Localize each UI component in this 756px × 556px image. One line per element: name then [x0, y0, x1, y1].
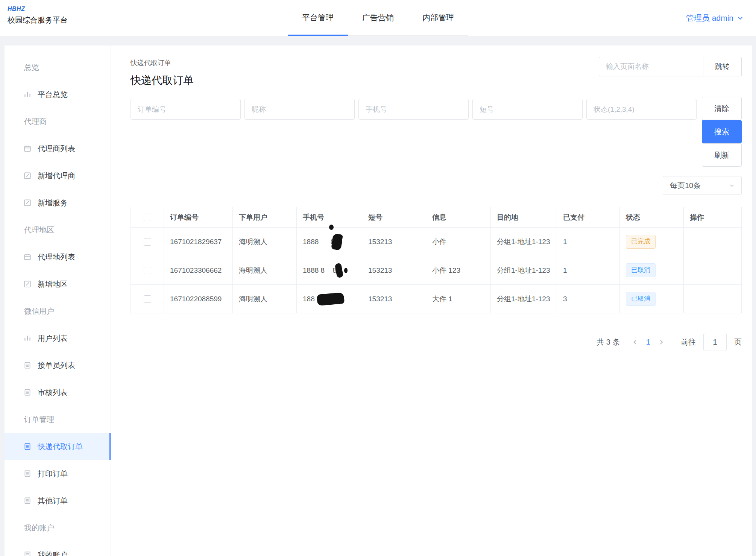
sidebar-item-print-orders[interactable]: 打印订单 — [5, 460, 111, 487]
cell-status: 已取消 — [620, 285, 684, 313]
column-header-paid: 已支付 — [557, 207, 620, 228]
row-checkbox[interactable] — [144, 295, 151, 303]
sidebar-item-express-pickup-orders[interactable]: 快递代取订单 — [5, 433, 111, 460]
bar-chart-icon — [23, 90, 32, 99]
tab-platform-management[interactable]: 平台管理 — [288, 0, 348, 35]
sidebar-item-label: 用户列表 — [38, 333, 68, 343]
refresh-button[interactable]: 刷新 — [702, 143, 742, 167]
top-header: HBHZ 校园综合服务平台 平台管理 广告营销 内部管理 管理员 admin — [0, 0, 756, 36]
short-no-input[interactable] — [472, 99, 583, 120]
calendar-icon — [23, 144, 32, 153]
prev-page-button[interactable]: ‹ — [633, 337, 637, 347]
cell-phone: 1888 8 88 — [297, 256, 362, 285]
sidebar-item-label: 新增地区 — [38, 279, 68, 289]
cell-phone: 188 8 — [297, 285, 362, 313]
sidebar-item-agent-list[interactable]: 代理商列表 — [5, 135, 111, 162]
next-page-button[interactable]: › — [659, 337, 663, 347]
sidebar-section-overview: 总览 — [5, 54, 111, 81]
redaction-mark — [317, 292, 345, 306]
orders-table: 订单编号 下单用户 手机号 短号 信息 目的地 已支付 状态 操作 16710 — [131, 207, 742, 313]
sidebar-section-agents: 代理商 — [5, 108, 111, 135]
chevron-down-icon — [737, 15, 743, 21]
user-menu[interactable]: 管理员 admin — [686, 0, 743, 36]
content-panel: 总览 平台总览 代理商 代理商列表 新增代理商 新增服务 代理地区 代理地列表 … — [5, 46, 752, 556]
row-checkbox[interactable] — [144, 238, 151, 246]
cell-short-no: 153213 — [362, 228, 426, 256]
table-row: 1671022088599 海明溯人 188 8 153213 大件 1 分组1… — [131, 285, 742, 313]
status-badge: 已取消 — [626, 263, 656, 277]
main-nav-tabs: 平台管理 广告营销 内部管理 — [288, 0, 468, 36]
cell-short-no: 153213 — [362, 256, 426, 285]
page-size-select[interactable]: 每页10条 — [663, 176, 742, 195]
phone-text: 1888 8 88 — [303, 266, 340, 274]
cell-operation — [684, 285, 742, 313]
filter-actions: 清除 搜索 刷新 — [702, 97, 742, 167]
bar-chart-icon — [23, 334, 32, 342]
checkbox-cell — [131, 256, 164, 285]
select-all-checkbox[interactable] — [144, 214, 151, 221]
sidebar-item-agent-area-list[interactable]: 代理地列表 — [5, 243, 111, 270]
column-header-order-no: 订单编号 — [164, 207, 233, 228]
sidebar-item-label: 其他订单 — [38, 496, 68, 506]
sidebar-item-add-area[interactable]: 新增地区 — [5, 270, 111, 298]
current-page[interactable]: 1 — [645, 338, 652, 346]
sidebar-item-label: 代理商列表 — [38, 144, 75, 154]
redaction-mark — [329, 225, 334, 230]
sidebar-item-receiver-list[interactable]: 接单员列表 — [5, 352, 111, 379]
column-header-short-no: 短号 — [362, 207, 426, 228]
clear-button[interactable]: 清除 — [702, 97, 742, 120]
sidebar-item-add-agent[interactable]: 新增代理商 — [5, 162, 111, 189]
sidebar-item-label: 快递代取订单 — [38, 442, 83, 452]
column-header-user: 下单用户 — [233, 207, 297, 228]
tab-ad-marketing[interactable]: 广告营销 — [348, 0, 408, 35]
logo: HBHZ — [8, 6, 68, 12]
cell-user: 海明溯人 — [233, 228, 297, 256]
list-icon — [23, 551, 32, 556]
goto-suffix: 页 — [734, 337, 742, 347]
sidebar-section-my-account: 我的账户 — [5, 514, 111, 541]
checkbox-cell — [131, 285, 164, 313]
cell-destination: 分组1-地址1-123 — [491, 256, 557, 285]
status-badge: 已完成 — [626, 235, 656, 248]
cell-destination: 分组1-地址1-123 — [491, 285, 557, 313]
redaction-mark — [344, 268, 348, 273]
cell-paid: 1 — [557, 228, 620, 256]
sidebar-item-other-orders[interactable]: 其他订单 — [5, 487, 111, 514]
sidebar-section-order-management: 订单管理 — [5, 406, 111, 433]
phone-input[interactable] — [358, 99, 469, 120]
cell-info: 小件 — [426, 228, 491, 256]
sidebar-item-my-account[interactable]: 我的账户 — [5, 541, 111, 556]
sidebar-item-platform-overview[interactable]: 平台总览 — [5, 81, 111, 108]
sidebar-item-label: 打印订单 — [38, 469, 68, 479]
redaction-mark — [335, 263, 343, 278]
search-button[interactable]: 搜索 — [702, 120, 742, 143]
pagination-total: 共 3 条 — [597, 337, 620, 347]
redaction-mark — [331, 233, 343, 250]
cell-order-no: 1671022088599 — [164, 285, 233, 313]
sidebar: 总览 平台总览 代理商 代理商列表 新增代理商 新增服务 代理地区 代理地列表 … — [5, 46, 111, 556]
order-no-input[interactable] — [131, 99, 241, 120]
jump-button[interactable]: 跳转 — [703, 57, 742, 76]
tab-internal-management[interactable]: 内部管理 — [408, 0, 468, 35]
cell-order-no: 1671023306662 — [164, 256, 233, 285]
cell-status: 已取消 — [620, 256, 684, 285]
cell-operation — [684, 256, 742, 285]
row-checkbox[interactable] — [144, 267, 151, 274]
cell-user: 海明溯人 — [233, 256, 297, 285]
page-name-input[interactable] — [599, 57, 703, 76]
cell-operation — [684, 228, 742, 256]
cell-phone: 1888 888 — [297, 228, 362, 256]
sidebar-item-user-list[interactable]: 用户列表 — [5, 325, 111, 352]
status-input[interactable] — [586, 99, 697, 120]
sidebar-item-add-service[interactable]: 新增服务 — [5, 189, 111, 216]
sidebar-item-review-list[interactable]: 审核列表 — [5, 379, 111, 406]
select-all-cell — [131, 207, 164, 228]
sidebar-item-label: 平台总览 — [38, 90, 68, 100]
checkbox-cell — [131, 228, 164, 256]
cell-info: 小件 123 — [426, 256, 491, 285]
list-icon — [23, 469, 32, 478]
nickname-input[interactable] — [244, 99, 355, 120]
goto-page-input[interactable] — [703, 333, 727, 351]
edit-icon — [23, 172, 32, 180]
sidebar-item-label: 我的账户 — [38, 550, 68, 556]
